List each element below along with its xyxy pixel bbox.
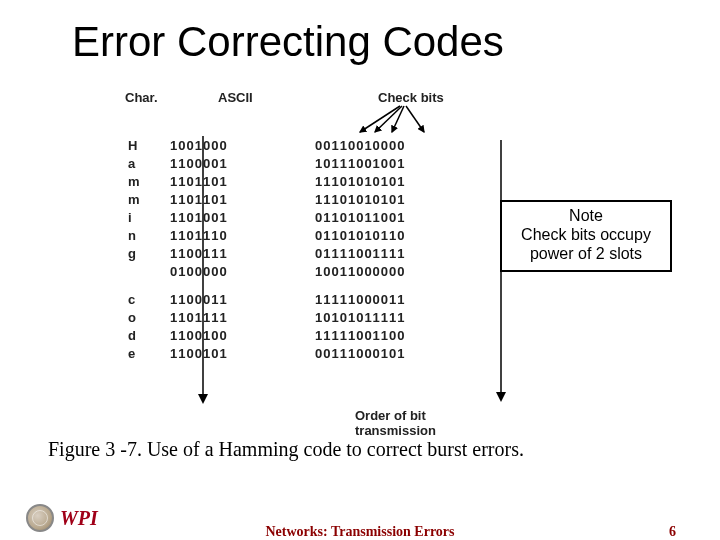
slide-title: Error Correcting Codes xyxy=(72,18,720,66)
data-rows: H100100000110010000a110000110111001001m1… xyxy=(100,136,485,362)
char-cell: o xyxy=(100,310,170,325)
table-row: o110111110101011111 xyxy=(100,308,485,326)
ascii-cell: 1100011 xyxy=(170,292,315,307)
ascii-cell: 1100111 xyxy=(170,246,315,261)
check-cell: 10101011111 xyxy=(315,310,485,325)
check-cell: 10011000000 xyxy=(315,264,485,279)
char-cell: n xyxy=(100,228,170,243)
char-cell: m xyxy=(100,174,170,189)
table-row: 010000010011000000 xyxy=(100,262,485,280)
char-cell: i xyxy=(100,210,170,225)
check-cell: 01101010110 xyxy=(315,228,485,243)
footer-page-number: 6 xyxy=(669,524,676,540)
header-char: Char. xyxy=(125,90,158,105)
figure-caption: Figure 3 -7. Use of a Hamming code to co… xyxy=(48,438,524,461)
note-title: Note xyxy=(506,206,666,225)
header-check: Check bits xyxy=(378,90,444,105)
table-row: a110000110111001001 xyxy=(100,154,485,172)
char-cell: a xyxy=(100,156,170,171)
note-box: Note Check bits occupy power of 2 slots xyxy=(500,200,672,272)
check-cell: 11101010101 xyxy=(315,174,485,189)
ascii-cell: 1101110 xyxy=(170,228,315,243)
char-cell: e xyxy=(100,346,170,361)
table-row: H100100000110010000 xyxy=(100,136,485,154)
order-label: Order of bit transmission xyxy=(355,408,500,438)
check-cell: 11101010101 xyxy=(315,192,485,207)
check-cell: 01101011001 xyxy=(315,210,485,225)
table-row: n110111001101010110 xyxy=(100,226,485,244)
ascii-cell: 1101111 xyxy=(170,310,315,325)
check-bits-arrows-icon xyxy=(352,104,472,134)
char-cell: H xyxy=(100,138,170,153)
note-line-1: Check bits occupy xyxy=(506,225,666,244)
check-cell: 00111000101 xyxy=(315,346,485,361)
svg-line-3 xyxy=(406,106,424,132)
footer-title: Networks: Transmission Errors xyxy=(0,524,720,540)
ascii-cell: 1100001 xyxy=(170,156,315,171)
ascii-cell: 1001000 xyxy=(170,138,315,153)
table-row: e110010100111000101 xyxy=(100,344,485,362)
check-cell: 10111001001 xyxy=(315,156,485,171)
ascii-cell: 1100101 xyxy=(170,346,315,361)
header-ascii: ASCII xyxy=(218,90,253,105)
char-cell: m xyxy=(100,192,170,207)
check-cell: 11111000011 xyxy=(315,292,485,307)
note-line-2: power of 2 slots xyxy=(506,244,666,263)
table-row: d110010011111001100 xyxy=(100,326,485,344)
ascii-cell: 1101001 xyxy=(170,210,315,225)
ascii-cell: 0100000 xyxy=(170,264,315,279)
check-cell: 00110010000 xyxy=(315,138,485,153)
table-row: g110011101111001111 xyxy=(100,244,485,262)
check-cell: 11111001100 xyxy=(315,328,485,343)
table-row: i110100101101011001 xyxy=(100,208,485,226)
ascii-cell: 1101101 xyxy=(170,174,315,189)
char-cell: g xyxy=(100,246,170,261)
table-row: m110110111101010101 xyxy=(100,190,485,208)
char-cell: d xyxy=(100,328,170,343)
ascii-cell: 1100100 xyxy=(170,328,315,343)
table-row: m110110111101010101 xyxy=(100,172,485,190)
table-row: c110001111111000011 xyxy=(100,290,485,308)
char-cell: c xyxy=(100,292,170,307)
ascii-cell: 1101101 xyxy=(170,192,315,207)
check-cell: 01111001111 xyxy=(315,246,485,261)
